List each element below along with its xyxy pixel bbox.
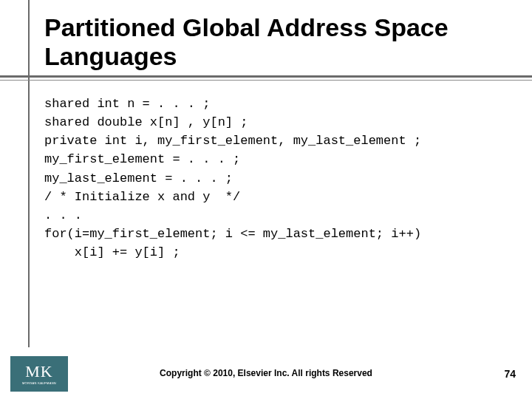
page-title: Partitioned Global Address Space Languag… bbox=[44, 13, 502, 71]
code-line: shared int n = . . . ; bbox=[44, 97, 210, 111]
code-line: for(i=my_first_element; i <= my_last_ele… bbox=[44, 227, 421, 241]
page-number: 74 bbox=[504, 368, 516, 380]
title-rule-top bbox=[0, 75, 532, 78]
code-line: . . . bbox=[44, 208, 82, 222]
code-line: my_last_element = . . . ; bbox=[44, 171, 233, 185]
logo-sub-text: MORGAN KAUFMANN bbox=[22, 382, 56, 385]
vertical-rule bbox=[28, 0, 30, 347]
code-block: shared int n = . . . ; shared double x[n… bbox=[44, 95, 421, 262]
copyright-text: Copyright © 2010, Elsevier Inc. All righ… bbox=[0, 368, 532, 378]
publisher-logo: MK MORGAN KAUFMANN bbox=[10, 356, 68, 392]
code-line: / * Initialize x and y */ bbox=[44, 190, 240, 204]
slide: Partitioned Global Address Space Languag… bbox=[0, 0, 532, 399]
code-line: x[i] += y[i] ; bbox=[44, 245, 180, 259]
code-line: my_first_element = . . . ; bbox=[44, 152, 240, 166]
code-line: shared double x[n] , y[n] ; bbox=[44, 115, 248, 129]
title-rule-bottom bbox=[0, 80, 532, 81]
code-line: private int i, my_first_element, my_last… bbox=[44, 134, 421, 148]
logo-main-text: MK bbox=[25, 364, 52, 380]
